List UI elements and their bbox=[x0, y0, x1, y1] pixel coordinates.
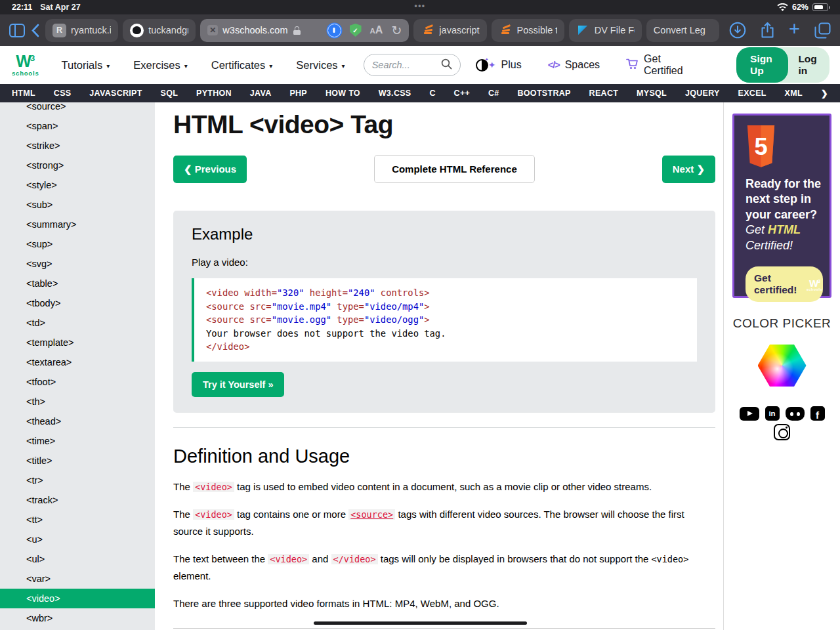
site-header: W3 schools Tutorials▾Exercises▾Certifica… bbox=[0, 46, 840, 84]
code-block: <video width="320" height="240" controls… bbox=[192, 278, 697, 362]
sidebar-item[interactable]: <table> bbox=[0, 274, 155, 293]
topic-how-to[interactable]: HOW TO bbox=[326, 89, 360, 98]
tab-overview-icon[interactable] bbox=[814, 22, 831, 39]
browser-tab[interactable]: Possible to s bbox=[492, 19, 564, 42]
topic-c-[interactable]: C# bbox=[488, 89, 499, 98]
sidebar-item[interactable]: <th> bbox=[0, 392, 155, 411]
reference-button[interactable]: Complete HTML Reference bbox=[374, 155, 535, 183]
discord-icon[interactable] bbox=[786, 407, 805, 421]
chevron-right-icon[interactable]: ❯ bbox=[821, 89, 828, 98]
back-icon[interactable] bbox=[31, 24, 39, 37]
sidebar-item[interactable]: <strike> bbox=[0, 136, 155, 156]
new-tab-icon[interactable]: + bbox=[789, 20, 800, 39]
topic-c[interactable]: C bbox=[429, 89, 435, 98]
topic-react[interactable]: REACT bbox=[589, 89, 619, 98]
ad-text-line: next step in bbox=[746, 192, 823, 207]
topic-bootstrap[interactable]: BOOTSTRAP bbox=[518, 89, 571, 98]
try-it-yourself-button[interactable]: Try it Yourself » bbox=[192, 372, 284, 397]
sidebar-item[interactable]: <tt> bbox=[0, 510, 155, 530]
sidebar-item[interactable]: <sup> bbox=[0, 234, 155, 254]
logo-mark: W3 bbox=[16, 53, 35, 70]
linkedin-icon[interactable]: in bbox=[765, 406, 780, 421]
instagram-icon[interactable] bbox=[774, 424, 790, 440]
sidebar-item[interactable]: <video> bbox=[0, 589, 155, 608]
sidebar-item[interactable]: <style> bbox=[0, 175, 155, 195]
sidebar-item[interactable]: <sub> bbox=[0, 195, 155, 215]
topic-java[interactable]: JAVA bbox=[250, 89, 272, 98]
sidebar-item[interactable]: <title> bbox=[0, 451, 155, 471]
sidebar-item[interactable]: <tfoot> bbox=[0, 372, 155, 392]
browser-tab[interactable]: tuckandgrub bbox=[123, 19, 196, 42]
get-certified-link[interactable]: Get Certified bbox=[626, 53, 686, 77]
sidebar-item[interactable]: <thead> bbox=[0, 411, 155, 431]
browser-tab[interactable]: Rryantuck.io bbox=[45, 19, 118, 42]
browser-tab[interactable]: DV File Form bbox=[569, 19, 642, 42]
topic-excel[interactable]: EXCEL bbox=[738, 89, 766, 98]
sidebar-toggle-icon[interactable] bbox=[9, 24, 25, 37]
sidebar-item[interactable]: <textarea> bbox=[0, 352, 155, 372]
search-icon[interactable] bbox=[441, 58, 452, 72]
spaces-link[interactable]: </> Spaces bbox=[548, 59, 600, 71]
sidebar-item[interactable]: <wbr> bbox=[0, 608, 155, 628]
topic-javascript[interactable]: JAVASCRIPT bbox=[89, 89, 142, 98]
next-button[interactable]: Next ❯ bbox=[662, 156, 715, 183]
topic-c-[interactable]: C++ bbox=[454, 89, 471, 98]
sidebar-item[interactable]: <summary> bbox=[0, 215, 155, 234]
tab-strip: Rryantuck.iotuckandgrub✕w3schools.com✓AA… bbox=[45, 19, 719, 42]
search-input[interactable]: Search... bbox=[364, 54, 461, 76]
sidebar-item[interactable]: <var> bbox=[0, 569, 155, 589]
w3schools-logo[interactable]: W3 schools bbox=[12, 53, 39, 77]
address-bar-icons: ✓AA↻ bbox=[325, 23, 402, 38]
topic-jquery[interactable]: JQUERY bbox=[685, 89, 720, 98]
color-picker-hexagon[interactable] bbox=[758, 345, 807, 387]
browser-tab[interactable]: javascript - bbox=[413, 19, 486, 42]
right-sidebar: 5 Ready for the next step in your career… bbox=[723, 102, 840, 630]
close-tab-icon[interactable]: ✕ bbox=[207, 25, 218, 35]
log-in-button[interactable]: Log in bbox=[788, 47, 830, 83]
sidebar-item[interactable]: <svg> bbox=[0, 254, 155, 274]
topic-mysql[interactable]: MYSQL bbox=[637, 89, 667, 98]
browser-tab[interactable]: Convert Leg bbox=[646, 19, 719, 42]
battery-percent: 62% bbox=[792, 3, 808, 12]
menu-item-services[interactable]: Services▾ bbox=[296, 59, 345, 72]
letter-r-favicon: R bbox=[52, 24, 66, 37]
facebook-icon[interactable]: f bbox=[810, 406, 825, 421]
downloads-icon[interactable] bbox=[729, 22, 746, 39]
sidebar-item[interactable]: <tr> bbox=[0, 471, 155, 490]
previous-button[interactable]: ❮ Previous bbox=[173, 156, 247, 183]
home-indicator[interactable] bbox=[314, 621, 527, 625]
lock-icon bbox=[293, 26, 301, 35]
topic-html[interactable]: HTML bbox=[12, 89, 35, 98]
sidebar-item[interactable]: <source> bbox=[0, 102, 155, 116]
multitasking-dots-icon[interactable]: ••• bbox=[414, 1, 425, 10]
share-icon[interactable] bbox=[761, 22, 774, 39]
reader-text-size-icon[interactable]: AA bbox=[370, 24, 383, 36]
topic-xml[interactable]: XML bbox=[785, 89, 803, 98]
plus-link[interactable]: ✦ Plus bbox=[488, 59, 522, 71]
topic-css[interactable]: CSS bbox=[54, 89, 72, 98]
privacy-shield-icon[interactable]: ✓ bbox=[350, 24, 362, 37]
menu-item-tutorials[interactable]: Tutorials▾ bbox=[62, 59, 110, 72]
sidebar-item[interactable]: <track> bbox=[0, 490, 155, 510]
source-tag-link[interactable]: <source> bbox=[348, 509, 395, 520]
sidebar-item[interactable]: <time> bbox=[0, 431, 155, 451]
reload-icon[interactable]: ↻ bbox=[391, 23, 402, 38]
topic-sql[interactable]: SQL bbox=[161, 89, 178, 98]
menu-item-certificates[interactable]: Certificates▾ bbox=[211, 59, 273, 72]
sidebar-item[interactable]: <td> bbox=[0, 313, 155, 333]
topic-python[interactable]: PYTHON bbox=[196, 89, 232, 98]
topic-w3-css[interactable]: W3.CSS bbox=[379, 89, 411, 98]
browser-tab[interactable]: ✕w3schools.com✓AA↻ bbox=[200, 19, 409, 42]
sign-up-button[interactable]: Sign Up bbox=[736, 47, 788, 83]
certification-ad[interactable]: 5 Ready for the next step in your career… bbox=[732, 114, 831, 298]
menu-item-exercises[interactable]: Exercises▾ bbox=[133, 59, 188, 72]
topic-php[interactable]: PHP bbox=[289, 89, 307, 98]
sidebar-item[interactable]: <ul> bbox=[0, 549, 155, 569]
youtube-icon[interactable] bbox=[740, 407, 759, 421]
sidebar-item[interactable]: <span> bbox=[0, 116, 155, 136]
sidebar-item[interactable]: <tbody> bbox=[0, 293, 155, 313]
onepassword-icon[interactable] bbox=[327, 24, 341, 37]
sidebar-item[interactable]: <template> bbox=[0, 333, 155, 352]
sidebar-item[interactable]: <strong> bbox=[0, 156, 155, 175]
sidebar-item[interactable]: <u> bbox=[0, 530, 155, 549]
